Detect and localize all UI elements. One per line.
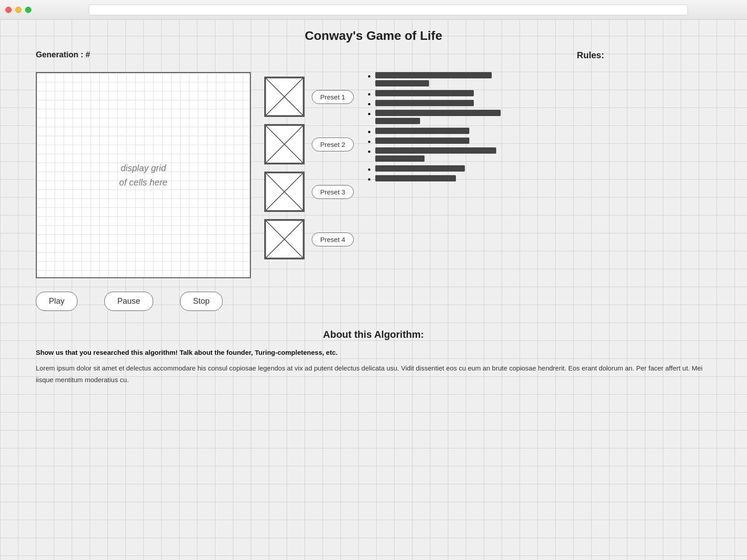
rule-item-5 bbox=[375, 128, 711, 134]
rule-bars-7 bbox=[375, 147, 711, 162]
title-bar bbox=[0, 0, 747, 20]
preset-row-4: Preset 4 bbox=[264, 219, 354, 259]
about-highlight: Show us that you researched this algorit… bbox=[36, 349, 711, 356]
game-grid[interactable]: display grid of cells here bbox=[36, 72, 251, 278]
rule-item-8 bbox=[375, 165, 711, 172]
rule-item-6 bbox=[375, 138, 711, 144]
minimize-button[interactable] bbox=[15, 7, 21, 13]
preset-4-thumbnail bbox=[264, 219, 305, 259]
rules-column bbox=[367, 72, 711, 181]
rule-bars-3 bbox=[375, 100, 711, 106]
app-window: Conway's Game of Life Generation : # Rul… bbox=[0, 0, 747, 560]
rules-list bbox=[367, 72, 711, 181]
preset-row-3: Preset 3 bbox=[264, 172, 354, 212]
preset-2-button[interactable]: Preset 2 bbox=[312, 138, 354, 151]
rule-item-1 bbox=[375, 72, 711, 86]
rule-bar bbox=[375, 138, 469, 144]
rule-bar bbox=[375, 100, 474, 106]
rule-bar bbox=[375, 72, 492, 78]
rule-bars-8 bbox=[375, 165, 711, 172]
about-body: Lorem ipsum dolor sit amet et delectus a… bbox=[36, 362, 711, 385]
preset-1-button[interactable]: Preset 1 bbox=[312, 90, 354, 104]
grid-placeholder: display grid of cells here bbox=[119, 161, 167, 190]
close-button[interactable] bbox=[5, 7, 12, 13]
about-section: About this Algorithm: Show us that you r… bbox=[36, 329, 711, 385]
rule-item-7 bbox=[375, 147, 711, 162]
rule-item-3 bbox=[375, 100, 711, 106]
controls-row: Play Pause Stop bbox=[36, 292, 711, 311]
url-bar[interactable] bbox=[89, 4, 688, 15]
rules-title: Rules: bbox=[577, 50, 711, 60]
stop-button[interactable]: Stop bbox=[180, 292, 223, 311]
rule-bars-1 bbox=[375, 72, 711, 86]
main-content: Conway's Game of Life Generation : # Rul… bbox=[0, 20, 747, 403]
preset-4-button[interactable]: Preset 4 bbox=[312, 233, 354, 246]
rule-bar bbox=[375, 80, 429, 86]
rule-bar bbox=[375, 147, 496, 154]
rule-item-4 bbox=[375, 110, 711, 124]
rule-bars-5 bbox=[375, 128, 711, 134]
main-area: display grid of cells here Preset 1 bbox=[36, 72, 711, 278]
rule-bars-4 bbox=[375, 110, 711, 124]
rule-item-2 bbox=[375, 90, 711, 96]
about-title: About this Algorithm: bbox=[36, 329, 711, 340]
maximize-button[interactable] bbox=[25, 7, 31, 13]
page-title: Conway's Game of Life bbox=[36, 29, 711, 43]
rule-bars-2 bbox=[375, 90, 711, 96]
generation-label: Generation : # bbox=[36, 50, 90, 60]
preset-3-thumbnail bbox=[264, 172, 305, 212]
header-row: Generation : # Rules: bbox=[36, 50, 711, 67]
preset-3-button[interactable]: Preset 3 bbox=[312, 185, 354, 199]
rule-bar bbox=[375, 175, 456, 181]
preset-2-thumbnail bbox=[264, 124, 305, 164]
play-button[interactable]: Play bbox=[36, 292, 77, 311]
rule-bar bbox=[375, 118, 420, 124]
pause-button[interactable]: Pause bbox=[104, 292, 153, 311]
rule-bar bbox=[375, 90, 474, 96]
preset-1-thumbnail bbox=[264, 77, 305, 117]
rule-bar bbox=[375, 165, 465, 172]
rule-bars-9 bbox=[375, 175, 711, 181]
rule-bar bbox=[375, 110, 501, 116]
rule-bar bbox=[375, 128, 469, 134]
rule-bars-6 bbox=[375, 138, 711, 144]
rule-item-9 bbox=[375, 175, 711, 181]
rule-bar bbox=[375, 155, 425, 162]
preset-row-1: Preset 1 bbox=[264, 77, 354, 117]
presets-column: Preset 1 Preset 2 bbox=[264, 72, 354, 259]
preset-row-2: Preset 2 bbox=[264, 124, 354, 164]
